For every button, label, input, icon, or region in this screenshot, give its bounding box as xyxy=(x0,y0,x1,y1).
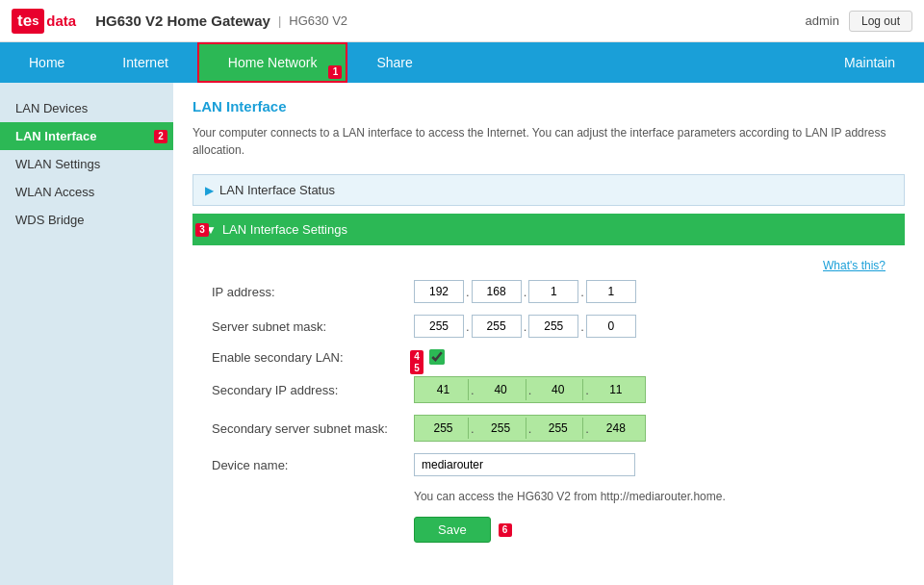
device-name-row: Device name: xyxy=(212,453,886,476)
header-sep: | xyxy=(278,13,281,28)
secondary-lan-checkbox-area: 4 xyxy=(429,349,445,365)
logo: tes data xyxy=(12,9,76,34)
header-title: HG630 V2 Home Gateway xyxy=(95,13,270,29)
secondary-subnet-inputs: . . . xyxy=(414,415,646,442)
nav-item-home-network[interactable]: Home Network xyxy=(197,42,348,83)
sidebar-item-wlan-access[interactable]: WLAN Access xyxy=(0,178,173,206)
ip-octet-3[interactable] xyxy=(528,280,578,303)
subnet-octet-4[interactable] xyxy=(586,315,636,338)
secondary-subnet-octet-4[interactable] xyxy=(591,418,641,439)
settings-section-label: LAN Interface Settings xyxy=(222,222,347,237)
nav-bar: Home Internet Home Network Share Maintai… xyxy=(0,42,924,83)
secondary-ip-octet-1[interactable] xyxy=(419,379,469,400)
secondary-lan-row: Enable secondary LAN: 4 xyxy=(212,349,886,365)
subnet-mask-row: Server subnet mask: . . . xyxy=(212,315,886,338)
page-title: LAN Interface xyxy=(192,98,905,114)
admin-label: admin xyxy=(806,13,839,28)
settings-form: What's this? IP address: . . . Server su… xyxy=(192,249,905,552)
settings-arrow-icon: ▼ xyxy=(205,223,217,237)
ip-address-label: IP address: xyxy=(212,285,414,299)
secondary-ip-row: Secondary IP address: 5 . . . xyxy=(212,376,886,403)
secondary-subnet-label: Secondary server subnet mask: xyxy=(212,421,414,436)
header-right: admin Log out xyxy=(806,11,912,32)
sidebar-item-wlan-settings[interactable]: WLAN Settings xyxy=(0,150,173,178)
sidebar-item-lan-devices[interactable]: LAN Devices xyxy=(0,94,173,122)
nav-item-maintain[interactable]: Maintain xyxy=(815,42,924,83)
secondary-ip-octet-4[interactable] xyxy=(591,379,641,400)
subnet-mask-label: Server subnet mask: xyxy=(212,319,414,334)
badge-6: 6 xyxy=(499,523,512,537)
nav-item-share[interactable]: Share xyxy=(347,42,441,83)
sidebar-item-lan-interface[interactable]: LAN Interface xyxy=(0,122,173,150)
status-arrow-icon: ▶ xyxy=(205,184,214,197)
subnet-octet-2[interactable] xyxy=(472,315,522,338)
save-row: Save 6 xyxy=(414,517,886,543)
status-section-header[interactable]: ▶ LAN Interface Status xyxy=(192,174,905,206)
secondary-lan-checkbox[interactable] xyxy=(429,349,445,365)
ip-octet-2[interactable] xyxy=(472,280,522,303)
ip-address-row: IP address: . . . xyxy=(212,280,886,303)
secondary-subnet-row: Secondary server subnet mask: . . . xyxy=(212,415,886,442)
secondary-subnet-octet-1[interactable] xyxy=(419,418,469,439)
sidebar: LAN Devices LAN Interface WLAN Settings … xyxy=(0,83,173,585)
logo-icon: tes xyxy=(12,9,44,34)
secondary-ip-label: Secondary IP address: xyxy=(212,383,414,397)
subnet-mask-inputs: . . . xyxy=(414,315,636,338)
save-button[interactable]: Save xyxy=(414,517,491,543)
secondary-subnet-octet-2[interactable] xyxy=(476,418,526,439)
ip-octet-1[interactable] xyxy=(414,280,464,303)
nav-item-home[interactable]: Home xyxy=(0,42,93,83)
settings-section-header[interactable]: ▼ LAN Interface Settings xyxy=(192,214,905,245)
device-name-label: Device name: xyxy=(212,458,414,472)
header: tes data HG630 V2 Home Gateway | HG630 V… xyxy=(0,0,924,42)
secondary-ip-wrapper: 5 . . . xyxy=(414,376,646,403)
info-text: You can access the HG630 V2 from http://… xyxy=(414,488,886,505)
logout-button[interactable]: Log out xyxy=(849,11,912,32)
ip-octet-4[interactable] xyxy=(586,280,636,303)
header-subtitle: HG630 V2 xyxy=(289,13,347,28)
secondary-ip-octet-3[interactable] xyxy=(533,379,583,400)
logo-data-text: data xyxy=(46,13,76,29)
sidebar-item-wds-bridge[interactable]: WDS Bridge xyxy=(0,206,173,234)
badge-5: 5 xyxy=(410,361,424,374)
whats-this-link[interactable]: What's this? xyxy=(212,259,886,272)
page-description: Your computer connects to a LAN interfac… xyxy=(192,124,905,159)
secondary-ip-octet-2[interactable] xyxy=(476,379,526,400)
status-section-label: LAN Interface Status xyxy=(219,183,335,197)
ip-address-inputs: . . . xyxy=(414,280,636,303)
subnet-octet-1[interactable] xyxy=(414,315,464,338)
secondary-ip-inputs: . . . xyxy=(414,376,646,403)
content-area: LAN Interface Your computer connects to … xyxy=(173,83,924,585)
secondary-subnet-octet-3[interactable] xyxy=(533,418,583,439)
secondary-lan-label: Enable secondary LAN: xyxy=(212,350,414,365)
device-name-input[interactable] xyxy=(414,453,635,476)
nav-item-internet[interactable]: Internet xyxy=(93,42,196,83)
subnet-octet-3[interactable] xyxy=(528,315,578,338)
main-layout: LAN Devices LAN Interface WLAN Settings … xyxy=(0,83,924,585)
